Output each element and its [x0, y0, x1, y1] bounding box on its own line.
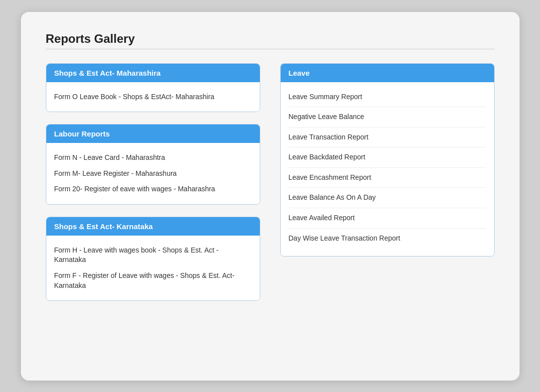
list-item[interactable]: Leave Availed Report — [289, 208, 486, 229]
divider — [46, 49, 495, 49]
list-item[interactable]: Leave Backdated Report — [289, 147, 486, 168]
leave-header: Leave — [281, 64, 494, 82]
list-item[interactable]: Form O Leave Book - Shops & EstAct- Maha… — [54, 89, 252, 105]
list-item[interactable]: Form N - Leave Card - Maharashtra — [54, 150, 252, 166]
card-body-labour-reports: Form N - Leave Card - MaharashtraForm M-… — [46, 143, 260, 204]
page-title: Reports Gallery — [46, 32, 495, 46]
page-container: Reports Gallery Shops & Est Act- Maharas… — [21, 12, 520, 381]
list-item[interactable]: Day Wise Leave Transaction Report — [289, 229, 486, 249]
columns-layout: Shops & Est Act- MaharashiraForm O Leave… — [46, 63, 495, 301]
list-item[interactable]: Leave Encashment Report — [289, 168, 486, 188]
card-body-shops-maharashira: Form O Leave Book - Shops & EstAct- Maha… — [46, 82, 260, 112]
list-item[interactable]: Form F - Register of Leave with wages - … — [54, 268, 252, 293]
list-item[interactable]: Form M- Leave Register - Maharashura — [54, 166, 252, 182]
list-item[interactable]: Negative Leave Balance — [289, 107, 486, 128]
leave-card: Leave Leave Summary ReportNegative Leave… — [280, 63, 495, 257]
card-body-shops-karnataka: Form H - Leave with wages book - Shops &… — [46, 236, 260, 300]
leave-body: Leave Summary ReportNegative Leave Balan… — [281, 82, 494, 257]
list-item[interactable]: Leave Transaction Report — [289, 128, 486, 148]
list-item[interactable]: Form H - Leave with wages book - Shops &… — [54, 243, 252, 268]
card-shops-karnataka: Shops & Est Act- KarnatakaForm H - Leave… — [46, 217, 260, 301]
list-item[interactable]: Leave Summary Report — [289, 87, 486, 108]
card-labour-reports: Labour ReportsForm N - Leave Card - Maha… — [46, 124, 260, 205]
card-shops-maharashira: Shops & Est Act- MaharashiraForm O Leave… — [46, 63, 260, 113]
list-item[interactable]: Leave Balance As On A Day — [289, 188, 486, 208]
right-column: Leave Leave Summary ReportNegative Leave… — [280, 63, 495, 257]
left-column: Shops & Est Act- MaharashiraForm O Leave… — [46, 63, 260, 301]
card-header-labour-reports: Labour Reports — [46, 125, 260, 143]
card-header-shops-karnataka: Shops & Est Act- Karnataka — [46, 217, 260, 236]
list-item[interactable]: Form 20- Register of eave with wages - M… — [54, 181, 252, 197]
card-header-shops-maharashira: Shops & Est Act- Maharashira — [46, 64, 260, 82]
